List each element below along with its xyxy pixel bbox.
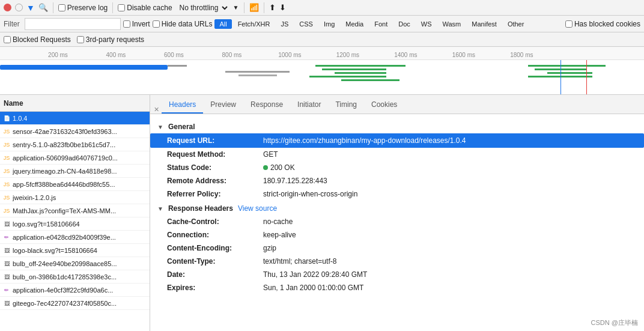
download-icon[interactable]: ⬇ — [279, 3, 286, 12]
val-method: GET — [263, 149, 278, 160]
key-referrer: Referrer Policy: — [167, 189, 263, 199]
clear-icon[interactable] — [15, 4, 23, 11]
val-request-url[interactable]: https://gitee.com/zhuangbinan/my-app-dow… — [263, 135, 466, 146]
filter-type-ws[interactable]: WS — [416, 19, 437, 29]
key-date: Date: — [167, 269, 263, 280]
waterfall-bar-green1 — [315, 65, 406, 67]
waterfall-bar-green3 — [335, 72, 386, 74]
tab-response[interactable]: Response — [243, 98, 290, 114]
request-item-10[interactable]: ✏ application-e0428cd92b4009f39e... — [0, 231, 150, 244]
request-item-12[interactable]: 🖼 bulb_off-24ee940be20998aace85... — [0, 257, 150, 270]
filter-type-js[interactable]: JS — [276, 19, 293, 29]
key-connection: Connection: — [167, 229, 263, 240]
val-status: 200 OK — [263, 162, 295, 173]
response-headers-section-header: Response Headers View source — [157, 204, 637, 213]
request-item-9[interactable]: 🖼 logo.svg?t=158106664 — [0, 217, 150, 231]
hide-data-urls-checkbox[interactable]: Hide data URLs — [153, 20, 213, 28]
request-item-13[interactable]: 🖼 bulb_on-3986b1dc417285398e3c... — [0, 270, 150, 284]
tick-1400: 1400 ms — [394, 52, 417, 58]
filter-type-manifest[interactable]: Manifest — [467, 19, 502, 29]
filter-type-doc[interactable]: Doc — [393, 19, 415, 29]
filter-icon[interactable]: ▼ — [26, 3, 35, 13]
request-item-1[interactable]: 📄 1.0.4 — [0, 112, 150, 125]
key-status: Status Code: — [167, 162, 263, 173]
waterfall-bar-blue — [0, 65, 168, 70]
filter-type-fetch-xhr[interactable]: Fetch/XHR — [233, 19, 275, 29]
request-item-3[interactable]: JS sentry-5.1.0-a823fb0be1b61c5d7... — [0, 138, 150, 151]
tab-headers[interactable]: Headers — [162, 98, 203, 114]
filter-type-css[interactable]: CSS — [294, 19, 318, 29]
tick-1600: 1600 ms — [452, 52, 475, 58]
main-area: Name 📄 1.0.4 JS sensor-42ae731632c43f0ef… — [0, 95, 644, 331]
filter-label: Filter — [4, 20, 20, 28]
req-name-15: giteego-7ec42270742374f05850c... — [13, 300, 147, 307]
throttle-dropdown-icon[interactable]: ▼ — [233, 4, 239, 11]
preserve-log-checkbox[interactable]: Preserve log — [58, 4, 108, 12]
key-expires: Expires: — [167, 282, 263, 293]
search-icon[interactable]: 🔍 — [38, 3, 48, 12]
request-item-2[interactable]: JS sensor-42ae731632c43f0efd3963... — [0, 125, 150, 138]
tick-400: 400 ms — [106, 52, 126, 58]
request-item-6[interactable]: JS app-5fcff388bea6d4446bd98fc55... — [0, 178, 150, 191]
key-remote: Remote Address: — [167, 175, 263, 186]
detail-row-expires: Expires: Sun, 1 Jan 2000 01:00:00 GMT — [157, 281, 637, 294]
waterfall-bar-gray2 — [225, 71, 290, 73]
close-tab-icon[interactable]: ✕ — [154, 106, 159, 114]
throttle-select[interactable]: No throttling — [176, 3, 229, 13]
record-icon[interactable] — [4, 4, 11, 11]
details-content: General Request URL: https://gitee.com/z… — [150, 114, 644, 331]
req-icon-7: JS — [2, 193, 11, 202]
tab-initiator[interactable]: Initiator — [290, 98, 328, 114]
req-icon-3: JS — [2, 141, 11, 149]
req-icon-15: 🖼 — [2, 299, 11, 308]
req-name-7: jweixin-1.2.0.js — [13, 194, 147, 201]
req-icon-12: 🖼 — [2, 260, 11, 268]
request-item-14[interactable]: ✏ application-4e0cf3ff22c9fd90a6c... — [0, 284, 150, 297]
waterfall-bar-green2 — [322, 68, 386, 70]
tab-timing[interactable]: Timing — [328, 98, 364, 114]
view-source-link[interactable]: View source — [238, 204, 277, 213]
requests-list[interactable]: 📄 1.0.4 JS sensor-42ae731632c43f0efd3963… — [0, 112, 150, 331]
tab-cookies[interactable]: Cookies — [364, 98, 404, 114]
waterfall-bar-gray1 — [168, 65, 187, 67]
tab-preview[interactable]: Preview — [203, 98, 243, 114]
request-item-7[interactable]: JS jweixin-1.2.0.js — [0, 191, 150, 204]
has-blocked-checkbox[interactable]: Has blocked cookies — [565, 20, 640, 28]
request-item-5[interactable]: JS jquery.timeago.zh-CN-4a4818e98... — [0, 165, 150, 178]
filter-type-other[interactable]: Other — [503, 19, 529, 29]
invert-checkbox[interactable]: Invert — [123, 20, 150, 28]
toolbar: ▼ 🔍 Preserve log Disable cache No thrott… — [0, 0, 644, 16]
filter-type-font[interactable]: Font — [369, 19, 392, 29]
req-name-9: logo.svg?t=158106664 — [13, 220, 147, 228]
req-icon-13: 🖼 — [2, 273, 11, 281]
detail-row-content-type: Content-Type: text/html; charset=utf-8 — [157, 255, 637, 268]
req-name-2: sensor-42ae731632c43f0efd3963... — [13, 128, 147, 135]
third-party-checkbox[interactable]: 3rd-party requests — [77, 35, 144, 44]
req-icon-9: 🖼 — [2, 220, 11, 228]
divider3 — [244, 2, 245, 13]
detail-row-remote: Remote Address: 180.97.125.228:443 — [157, 174, 637, 187]
request-item-8[interactable]: JS MathJax.js?config=TeX-AMS-MM... — [0, 204, 150, 217]
blocked-requests-checkbox[interactable]: Blocked Requests — [4, 35, 71, 44]
filter-input[interactable] — [25, 18, 121, 30]
filter-type-media[interactable]: Media — [341, 19, 368, 29]
timeline-area: 200 ms 400 ms 600 ms 800 ms 1000 ms 1200… — [0, 47, 644, 95]
filter-type-all[interactable]: All — [214, 19, 231, 29]
request-item-11[interactable]: 🖼 logo-black.svg?t=158106664 — [0, 244, 150, 257]
disable-cache-checkbox[interactable]: Disable cache — [118, 4, 172, 12]
filter-type-img[interactable]: Img — [319, 19, 339, 29]
upload-icon[interactable]: ⬆ — [269, 3, 276, 12]
filter-types: All Fetch/XHR JS CSS Img Media Font Doc … — [214, 19, 529, 29]
tick-1800: 1800 ms — [510, 52, 533, 58]
divider — [53, 2, 53, 13]
detail-row-date: Date: Thu, 13 Jan 2022 09:28:40 GMT — [157, 268, 637, 281]
request-item-4[interactable]: JS application-506099ad64076719c0... — [0, 151, 150, 165]
timeline-waterfall — [0, 60, 644, 95]
tick-600: 600 ms — [164, 52, 184, 58]
details-panel: ✕ Headers Preview Response Initiator Tim… — [150, 95, 644, 331]
detail-row-connection: Connection: keep-alive — [157, 228, 637, 241]
val-cache-control: no-cache — [263, 216, 293, 227]
request-item-15[interactable]: 🖼 giteego-7ec42270742374f05850c... — [0, 297, 150, 310]
waterfall-bar-gray3 — [238, 74, 277, 76]
filter-type-wasm[interactable]: Wasm — [438, 19, 466, 29]
